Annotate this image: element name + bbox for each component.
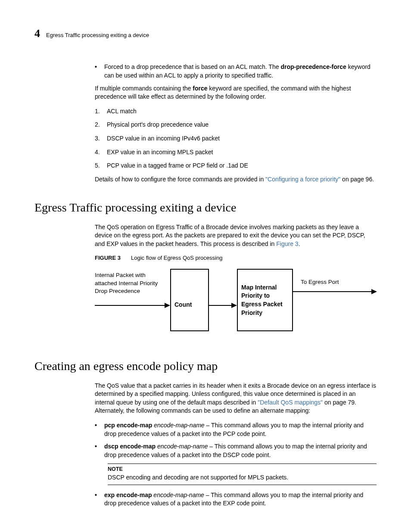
bullet-dot-icon: • <box>95 63 99 80</box>
bullet-dot-icon: • <box>95 421 99 438</box>
bold-keyword: drop-precedence-force <box>280 63 346 70</box>
text-fragment: Forced to a drop precedence that is base… <box>104 63 280 70</box>
arrow-icon <box>209 302 237 308</box>
diagram-input-label: Internal Packet with attached Internal P… <box>95 271 168 295</box>
list-number: 5. <box>95 162 103 170</box>
text-fragment: Details of how to configure the force co… <box>95 176 265 183</box>
command-name: pcp encode-map <box>104 422 152 429</box>
paragraph: The QoS operation on Egress Traffic of a… <box>95 223 377 249</box>
bullet-text: pcp encode-map encode-map-name – This co… <box>104 421 377 438</box>
list-text: ACL match <box>107 107 137 116</box>
list-number: 4. <box>95 148 103 157</box>
header-title: Egress Traffic processing exiting a devi… <box>46 31 149 39</box>
cross-reference-link[interactable]: "Default QoS mappings" <box>258 399 323 406</box>
list-text: Physical port's drop precedence value <box>107 121 209 129</box>
arrow-icon <box>293 289 377 295</box>
list-text: EXP value in an incoming MPLS packet <box>107 148 213 157</box>
bullet-dot-icon: • <box>95 442 99 459</box>
bullet-dot-icon: • <box>95 491 99 508</box>
svg-marker-5 <box>371 289 377 294</box>
ordered-item: 1.ACL match <box>95 107 377 116</box>
svg-marker-1 <box>165 303 170 308</box>
diagram-box-label: Count <box>174 301 192 309</box>
bold-keyword: force <box>193 85 207 92</box>
figure-caption: FIGURE 3Logic flow of Egress QoS process… <box>95 254 377 262</box>
paragraph: If multiple commands containing the forc… <box>95 84 377 101</box>
bullet-item: • Forced to a drop precedence that is ba… <box>95 63 377 80</box>
ordered-item: 3.DSCP value in an incoming IPv4v6 packe… <box>95 134 377 143</box>
list-number: 2. <box>95 121 103 129</box>
diagram-box-map: Map Internal Priority to Egress Packet P… <box>237 269 293 331</box>
svg-marker-3 <box>231 303 237 308</box>
command-arg: encode-map-name <box>152 422 204 429</box>
note-box: NOTE DSCP encoding and decoding are not … <box>108 464 377 485</box>
text-fragment: The QoS operation on Egress Traffic of a… <box>95 224 365 247</box>
arrow-icon <box>95 302 170 308</box>
bullet-text: dscp encode-map encode-map-name – This c… <box>104 442 377 459</box>
command-name: exp encode-map <box>104 492 152 498</box>
section-heading-encode-policy: Creating an egress encode policy map <box>34 358 377 374</box>
cross-reference-link[interactable]: "Configuring a force priority" <box>265 176 340 183</box>
ordered-item: 4.EXP value in an incoming MPLS packet <box>95 148 377 157</box>
figure-title: Logic flow of Egress QoS processing <box>131 255 222 261</box>
paragraph: The QoS value that a packet carries in i… <box>95 382 377 415</box>
figure-reference-link[interactable]: Figure 3 <box>276 240 298 247</box>
bullet-text: Forced to a drop precedence that is base… <box>104 63 377 80</box>
list-number: 3. <box>95 134 103 143</box>
content-block-3: The QoS value that a packet carries in i… <box>95 382 377 508</box>
note-text: DSCP encoding and decoding are not suppo… <box>108 473 377 482</box>
text-fragment: . <box>299 240 300 247</box>
diagram-box-count: Count <box>170 269 209 331</box>
ordered-item: 5.PCP value in a tagged frame or PCP fie… <box>95 162 377 170</box>
text-fragment: If multiple commands containing the <box>95 85 193 92</box>
figure-label: FIGURE 3 <box>95 255 121 261</box>
bullet-text: exp encode-map encode-map-name – This co… <box>104 491 377 508</box>
content-block-2: The QoS operation on Egress Traffic of a… <box>95 223 377 342</box>
note-label: NOTE <box>108 466 377 473</box>
bullet-item: • pcp encode-map encode-map-name – This … <box>95 421 377 438</box>
diagram-box-label: Map Internal Priority to Egress Packet P… <box>241 283 289 317</box>
bullet-item: • dscp encode-map encode-map-name – This… <box>95 442 377 459</box>
ordered-item: 2. Physical port's drop precedence value <box>95 121 377 129</box>
content-block-1: • Forced to a drop precedence that is ba… <box>95 63 377 184</box>
list-text: PCP value in a tagged frame or PCP field… <box>107 162 248 170</box>
command-name: dscp encode-map <box>104 443 156 450</box>
list-text: DSCP value in an incoming IPv4v6 packet <box>107 134 220 143</box>
text-fragment: on page 96. <box>340 176 374 183</box>
paragraph: Details of how to configure the force co… <box>95 175 377 184</box>
page-header: 4 Egress Traffic processing exiting a de… <box>34 26 377 41</box>
command-arg: encode-map-name <box>156 443 208 450</box>
chapter-number: 4 <box>34 26 40 41</box>
command-arg: encode-map-name <box>152 492 204 498</box>
section-heading-egress-traffic: Egress Traffic processing exiting a devi… <box>34 199 377 216</box>
bullet-item: • exp encode-map encode-map-name – This … <box>95 491 377 508</box>
list-number: 1. <box>95 107 103 116</box>
flow-diagram: Internal Packet with attached Internal P… <box>95 269 377 342</box>
diagram-output-label: To Egress Port <box>301 278 339 286</box>
